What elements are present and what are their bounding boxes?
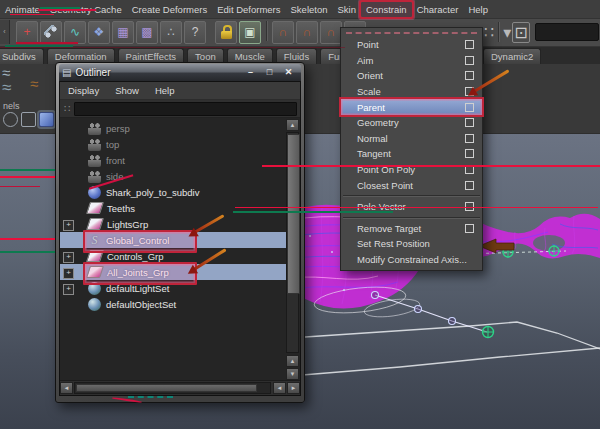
- option-box-icon[interactable]: [465, 149, 474, 158]
- outliner-item-defaultobjectset[interactable]: defaultObjectSet: [60, 296, 300, 312]
- menu-item-point-on-poly[interactable]: Point On Poly: [341, 162, 482, 178]
- aim-constraint-magnet-icon[interactable]: ∩: [296, 21, 318, 44]
- subdiv-diamonds-icon[interactable]: ❖: [88, 21, 110, 44]
- scroll-down-button[interactable]: ▼: [286, 368, 299, 380]
- option-box-icon[interactable]: [465, 181, 474, 190]
- shelf-tab-dynamic2[interactable]: Dynamic2: [483, 48, 541, 64]
- menu-item-tangent[interactable]: Tangent: [341, 146, 482, 162]
- scroll-up-button[interactable]: ▲: [286, 119, 299, 131]
- vertical-scrollbar-thumb[interactable]: [287, 134, 300, 294]
- outliner-menu-display[interactable]: Display: [60, 85, 107, 96]
- horizontal-scrollbar-thumb[interactable]: [76, 384, 257, 392]
- expand-toggle[interactable]: +: [63, 220, 74, 231]
- menubar-item-geometry-cache[interactable]: Geometry Cache: [45, 2, 127, 17]
- menubar-item-animate[interactable]: Animate: [0, 2, 45, 17]
- menu-item-orient[interactable]: Orient: [341, 68, 482, 84]
- menu-item-label: Closest Point: [357, 180, 465, 191]
- menu-item-label: Scale: [357, 86, 465, 97]
- option-box-icon[interactable]: [465, 103, 474, 112]
- snap-dots-icon[interactable]: ∷: [484, 23, 494, 42]
- menu-item-parent[interactable]: Parent: [341, 99, 482, 115]
- outliner-menu-show[interactable]: Show: [107, 85, 147, 96]
- menu-item-aim[interactable]: Aim: [341, 53, 482, 69]
- outliner-item-persp[interactable]: persp: [60, 120, 300, 136]
- menu-item-point[interactable]: Point: [341, 37, 482, 53]
- lock-icon[interactable]: [215, 21, 237, 44]
- brown-wave-icon[interactable]: ≈: [30, 76, 38, 91]
- menu-item-remove-target[interactable]: Remove Target: [341, 221, 482, 237]
- option-box-icon[interactable]: [465, 134, 474, 143]
- shaded-cube-icon[interactable]: [39, 112, 54, 127]
- quick-selection-field[interactable]: [535, 23, 599, 41]
- close-button[interactable]: ✕: [279, 66, 298, 79]
- minimize-button[interactable]: –: [241, 66, 260, 79]
- menu-item-closest-point[interactable]: Closest Point: [341, 177, 482, 193]
- menu-item-set-rest-position[interactable]: Set Rest Position: [341, 236, 482, 252]
- option-box-icon[interactable]: [465, 224, 474, 233]
- wireframe-cube-icon[interactable]: [21, 112, 36, 127]
- option-box-icon[interactable]: [465, 165, 474, 174]
- maximize-button[interactable]: □: [260, 66, 279, 79]
- menubar-item-constrain[interactable]: Constrain: [361, 2, 412, 17]
- menubar-item-help[interactable]: Help: [463, 2, 493, 17]
- scroll-left-button-2[interactable]: ◄: [273, 382, 286, 394]
- ik-spline-icon[interactable]: ∿: [64, 21, 86, 44]
- outliner-item-label: LightsGrp: [107, 219, 148, 230]
- filter-grid-icon[interactable]: ∷: [60, 103, 74, 114]
- menubar-item-create-deformers[interactable]: Create Deformers: [127, 2, 213, 17]
- menu-item-modify-constrained-axis[interactable]: Modify Constrained Axis...: [341, 252, 482, 268]
- orient-constraint-magnet-icon[interactable]: ∩: [320, 21, 342, 44]
- outliner-search-input[interactable]: [74, 102, 297, 116]
- outliner-item-top[interactable]: top: [60, 136, 300, 152]
- menu-item-label: Remove Target: [357, 223, 465, 234]
- outliner-menu-help[interactable]: Help: [147, 85, 183, 96]
- circle-tool-icon[interactable]: [3, 112, 18, 127]
- flexor-lattice-icon[interactable]: ▩: [136, 21, 158, 44]
- menu-tearoff-handle[interactable]: [346, 32, 477, 34]
- outliner-item-teeths[interactable]: Teeths: [60, 200, 300, 216]
- outliner-search-row: ∷: [60, 100, 300, 118]
- menubar-item-skin[interactable]: Skin: [333, 2, 361, 17]
- menu-item-normal[interactable]: Normal: [341, 131, 482, 147]
- option-box-icon[interactable]: [465, 40, 474, 49]
- help-question-icon[interactable]: ?: [184, 21, 206, 44]
- vertical-scrollbar-track[interactable]: [286, 132, 299, 353]
- option-box-icon[interactable]: [465, 202, 474, 211]
- horizontal-scrollbar-track[interactable]: [74, 382, 271, 394]
- viewport-panels-menu-partial[interactable]: nels: [3, 101, 20, 111]
- cluster-icon[interactable]: ∴: [160, 21, 182, 44]
- menu-item-geometry[interactable]: Geometry: [341, 115, 482, 131]
- expand-toggle[interactable]: +: [63, 252, 74, 263]
- joint-tool-icon[interactable]: [40, 21, 62, 44]
- menubar-item-edit-deformers[interactable]: Edit Deformers: [212, 2, 285, 17]
- toolbar-collapse-handle[interactable]: ‹: [0, 20, 10, 44]
- expand-toggle[interactable]: +: [63, 268, 74, 279]
- menu-item-label: Point: [357, 39, 465, 50]
- shelf-tab-subdivs[interactable]: Subdivs: [0, 48, 44, 64]
- outliner-item-shark-poly-to-subdiv[interactable]: Shark_poly_to_subdiv: [60, 184, 300, 200]
- expand-toggle[interactable]: +: [63, 284, 74, 295]
- outliner-item-all-joints-grp[interactable]: +All_Joints_Grp: [60, 264, 300, 280]
- curve-wave-icon-2[interactable]: ≈: [2, 79, 11, 96]
- select-object-icon[interactable]: ▣: [239, 21, 261, 44]
- lattice-icon[interactable]: ▦: [112, 21, 134, 44]
- option-box-icon[interactable]: [465, 118, 474, 127]
- aim-constraint-magnet-icon-glyph: ∩: [303, 26, 312, 38]
- option-box-icon[interactable]: [465, 71, 474, 80]
- move-plus-tool-icon[interactable]: +: [16, 21, 38, 44]
- outliner-titlebar[interactable]: ▤ Outliner –□✕: [59, 64, 301, 81]
- dropdown-arrow-icon[interactable]: ▾: [503, 23, 511, 42]
- menubar-item-character[interactable]: Character: [412, 2, 464, 17]
- scroll-left-button[interactable]: ◄: [60, 382, 73, 394]
- menu-item-pole-vector[interactable]: Pole Vector: [341, 199, 482, 215]
- outliner-item-global-control[interactable]: SGlobal_Control: [60, 232, 300, 248]
- scroll-up-button-2[interactable]: ▲: [286, 355, 299, 367]
- outliner-item-side[interactable]: side: [60, 168, 300, 184]
- option-box-icon[interactable]: [465, 56, 474, 65]
- scroll-right-button[interactable]: ►: [287, 382, 300, 394]
- menu-item-scale[interactable]: Scale: [341, 84, 482, 100]
- menubar-item-skeleton[interactable]: Skeleton: [286, 2, 333, 17]
- point-constraint-magnet-icon[interactable]: ∩: [272, 21, 294, 44]
- cursor-box-icon[interactable]: ⊡: [512, 22, 529, 43]
- outliner-item-front[interactable]: front: [60, 152, 300, 168]
